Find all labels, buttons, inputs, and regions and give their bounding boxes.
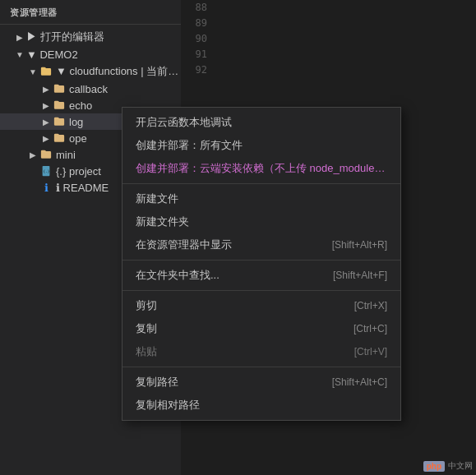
menu-item-debug-label: 开启云函数本地调试: [136, 115, 387, 130]
arrow-icon: [39, 115, 53, 128]
demo2-section[interactable]: ▼ DEMO2: [0, 46, 181, 62]
menu-item-cut-label: 剪切: [136, 298, 338, 313]
menu-item-copy-rel-path[interactable]: 复制相对路径: [122, 394, 400, 417]
menu-item-cut[interactable]: 剪切 [Ctrl+X]: [122, 294, 400, 317]
menu-item-deploy-all[interactable]: 创建并部署：所有文件: [122, 134, 400, 157]
menu-item-paste[interactable]: 粘贴 [Ctrl+V]: [122, 340, 400, 363]
arrow-icon: [13, 48, 26, 61]
menu-item-copy-path[interactable]: 复制路径 [Shift+Alt+C]: [122, 371, 400, 394]
folder-icon: [53, 82, 66, 95]
menu-item-cut-shortcut: [Ctrl+X]: [338, 300, 387, 311]
line-numbers: 88 89 90 91 92: [181, 0, 214, 78]
menu-item-find-in-folder[interactable]: 在文件夹中查找... [Shift+Alt+F]: [122, 264, 400, 287]
menu-item-find-shortcut: [Shift+Alt+F]: [317, 270, 387, 281]
menu-separator-4: [122, 367, 400, 367]
arrow-icon: [26, 148, 39, 161]
sidebar-header: 资源管理器: [0, 0, 181, 25]
callback-item[interactable]: callback: [0, 81, 181, 97]
arrow-icon: [39, 99, 53, 112]
menu-item-deploy-cloud[interactable]: 创建并部署：云端安装依赖（不上传 node_modules）: [122, 157, 400, 180]
watermark-text: 中文网: [448, 460, 473, 472]
callback-label: callback: [69, 83, 181, 95]
menu-item-find-label: 在文件夹中查找...: [136, 268, 317, 283]
menu-item-new-folder-label: 新建文件夹: [136, 214, 387, 229]
context-menu: 开启云函数本地调试 创建并部署：所有文件 创建并部署：云端安装依赖（不上传 no…: [122, 107, 401, 421]
open-editors-section[interactable]: ▶ 打开的编辑器: [0, 28, 181, 46]
menu-item-copy-path-shortcut: [Shift+Alt+C]: [316, 376, 387, 388]
menu-item-new-folder[interactable]: 新建文件夹: [122, 210, 400, 233]
folder-icon: [39, 148, 53, 161]
folder-icon: [53, 99, 66, 112]
folder-icon: [53, 131, 66, 145]
menu-item-reveal-label: 在资源管理器中显示: [136, 238, 316, 252]
cloudfunctions-item[interactable]: ▼ cloudfunctions | 当前环境: demo1: [0, 62, 181, 81]
arrow-icon: [13, 30, 26, 44]
arrow-icon: [26, 65, 39, 78]
line-92: 92: [196, 62, 207, 78]
line-90: 90: [196, 31, 207, 47]
svg-text:{.}: {.}: [44, 169, 50, 173]
menu-separator-2: [122, 260, 400, 261]
folder-icon: [53, 115, 66, 128]
arrow-icon: [39, 82, 53, 95]
cloudfunctions-label: ▼ cloudfunctions | 当前环境: demo1: [56, 64, 181, 79]
menu-item-deploy-all-label: 创建并部署：所有文件: [136, 138, 387, 153]
menu-item-new-file-label: 新建文件: [136, 191, 387, 206]
info-icon: ℹ: [39, 181, 53, 194]
menu-item-paste-shortcut: [Ctrl+V]: [338, 346, 387, 357]
menu-item-copy-shortcut: [Ctrl+C]: [337, 323, 387, 334]
menu-item-copy-label: 复制: [136, 321, 337, 336]
menu-item-debug[interactable]: 开启云函数本地调试: [122, 111, 400, 134]
demo2-label: ▼ DEMO2: [26, 48, 181, 61]
menu-item-copy-rel-path-label: 复制相对路径: [136, 398, 387, 413]
menu-separator-3: [122, 290, 400, 291]
menu-item-copy[interactable]: 复制 [Ctrl+C]: [122, 317, 400, 340]
menu-separator-1: [122, 183, 400, 184]
menu-item-reveal[interactable]: 在资源管理器中显示 [Shift+Alt+R]: [122, 233, 400, 256]
php-text: php: [427, 462, 441, 471]
folder-icon: [39, 65, 53, 78]
open-editors-label: ▶ 打开的编辑器: [26, 30, 181, 44]
watermark: php 中文网: [423, 460, 473, 472]
line-91: 91: [196, 47, 207, 62]
line-88: 88: [196, 0, 207, 16]
menu-item-deploy-cloud-label: 创建并部署：云端安装依赖（不上传 node_modules）: [136, 161, 387, 176]
menu-item-copy-path-label: 复制路径: [136, 375, 316, 390]
line-89: 89: [196, 16, 207, 31]
file-icon: {.}: [39, 164, 53, 178]
php-badge: php: [423, 461, 445, 472]
arrow-icon: [39, 131, 53, 145]
menu-item-reveal-shortcut: [Shift+Alt+R]: [316, 239, 387, 251]
menu-item-paste-label: 粘贴: [136, 344, 338, 359]
menu-item-new-file[interactable]: 新建文件: [122, 187, 400, 210]
